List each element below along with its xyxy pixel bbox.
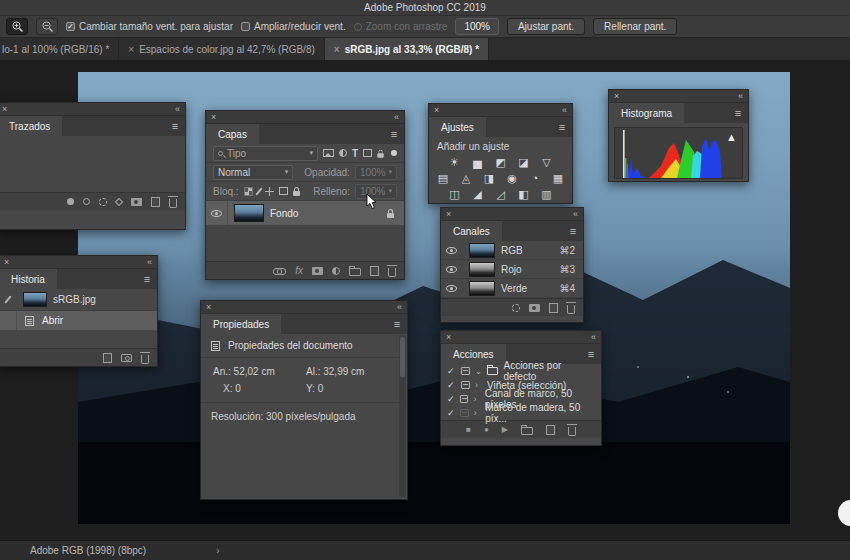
tab-trazados[interactable]: Trazados [0,116,62,136]
channel-row-rgb[interactable]: RGB ⌘2 [441,241,583,260]
filter-smart-objects-icon[interactable] [377,153,383,158]
modal-dialog-toggle-icon[interactable] [461,381,470,389]
chevron-collapsed-icon[interactable]: › [474,408,480,418]
stroke-path-icon[interactable] [83,198,90,205]
threshold-icon[interactable]: ◿ [494,188,508,201]
close-icon[interactable]: × [2,104,7,114]
close-icon[interactable]: × [446,209,451,219]
checkmark-icon[interactable]: ✓ [447,394,455,404]
collapse-icon[interactable]: « [591,332,596,342]
tab-propiedades[interactable]: Propiedades [201,314,281,334]
trash-icon[interactable] [568,427,576,436]
lock-artboard-icon[interactable] [279,187,288,195]
collapse-icon[interactable]: « [397,302,402,312]
new-action-icon[interactable] [546,425,555,435]
tab-histograma[interactable]: Histograma [609,103,684,123]
collapse-icon[interactable]: « [573,209,578,219]
save-selection-icon[interactable] [529,304,540,312]
trash-icon[interactable] [141,355,149,364]
brightness-contrast-icon[interactable]: ☀ [448,156,462,169]
panel-menu-icon[interactable]: ≡ [384,124,404,144]
zoom-in-tool-button[interactable] [6,18,28,35]
lock-paint-icon[interactable] [255,187,262,195]
layer-filter-dropdown[interactable]: Tipo ▾ [213,146,318,161]
new-snapshot-icon[interactable] [121,354,132,362]
new-layer-icon[interactable] [370,266,379,276]
new-group-icon[interactable] [349,268,361,276]
filter-pixel-layers-icon[interactable] [323,149,334,157]
filter-adjustment-layers-icon[interactable] [339,149,347,157]
action-set-row[interactable]: ✓ ⌄ Acciones por defecto [441,364,601,378]
close-icon[interactable]: × [211,112,216,122]
tab-canales[interactable]: Canales [441,221,502,241]
document-tab-3-active[interactable]: × sRGB.jpg al 33,3% (RGB/8) * [325,38,489,60]
filter-type-layers-icon[interactable]: T [352,148,358,159]
stop-icon[interactable]: ■ [466,425,471,434]
color-lookup-icon[interactable]: ▦ [551,172,565,185]
history-list-empty[interactable] [0,331,157,348]
channel-mixer-icon[interactable]: ◔ [528,172,542,185]
layer-visibility-toggle[interactable] [206,201,228,225]
photo-filter-icon[interactable]: ◉ [505,172,519,185]
layer-thumbnail[interactable] [234,204,264,222]
levels-icon[interactable]: ▅ [471,156,485,169]
new-adjustment-layer-icon[interactable] [332,267,340,275]
close-icon[interactable]: × [614,91,619,101]
new-set-icon[interactable] [521,427,533,435]
new-channel-icon[interactable] [549,303,558,313]
filter-toggle-icon[interactable] [391,150,397,156]
add-mask-icon[interactable] [131,198,142,206]
close-icon[interactable]: × [128,44,134,55]
close-icon[interactable]: × [446,332,451,342]
modal-dialog-toggle-icon[interactable] [461,367,470,375]
tab-acciones[interactable]: Acciones [441,344,506,364]
collapse-icon[interactable]: « [738,91,743,101]
lock-transparency-icon[interactable] [244,187,253,196]
invert-icon[interactable]: ◫ [448,188,462,201]
vibrance-icon[interactable]: ▽ [540,156,554,169]
modal-dialog-toggle-icon[interactable] [460,395,468,403]
fill-path-icon[interactable] [67,198,74,205]
history-brush-source-toggle[interactable] [0,311,17,330]
panel-menu-icon[interactable]: ≡ [563,221,583,241]
checkmark-icon[interactable]: ✓ [447,366,456,376]
document-tab-1[interactable]: lo-1 al 100% (RGB/16) * [0,38,119,60]
scrollbar[interactable] [399,335,406,497]
history-brush-source-toggle[interactable] [0,289,17,310]
load-channel-selection-icon[interactable] [512,304,520,312]
layer-effects-icon[interactable]: fx [295,265,303,276]
blend-mode-dropdown[interactable]: Normal ▾ [213,165,293,180]
add-layer-mask-icon[interactable] [312,267,323,275]
status-chevron-icon[interactable]: › [216,545,219,556]
trash-icon[interactable] [567,305,575,314]
load-selection-icon[interactable] [99,198,107,206]
warning-icon[interactable]: ▲ [726,131,737,143]
new-document-from-state-icon[interactable] [103,353,112,363]
black-white-icon[interactable]: ◨ [482,172,496,185]
channel-row-verde[interactable]: Verde ⌘4 [441,279,583,298]
checkmark-icon[interactable]: ✓ [447,380,456,390]
fill-screen-button[interactable]: Rellenar pant. [593,18,677,35]
paths-list-empty[interactable] [0,136,185,192]
record-icon[interactable]: ● [484,425,489,434]
trash-icon[interactable] [169,199,177,208]
trash-icon[interactable] [388,268,396,277]
close-icon[interactable]: × [334,44,340,55]
collapse-icon[interactable]: « [562,105,567,115]
panel-menu-icon[interactable]: ≡ [552,117,572,137]
zoom-percentage-input[interactable]: 100% [455,18,499,35]
link-layers-icon[interactable] [273,268,286,274]
channel-visibility-toggle[interactable] [441,279,463,297]
curves-icon[interactable]: ◩ [494,156,508,169]
zoom-out-tool-button[interactable] [36,18,58,35]
channel-row-rojo[interactable]: Rojo ⌘3 [441,260,583,279]
close-icon[interactable]: × [434,105,439,115]
chevron-collapsed-icon[interactable]: › [475,380,482,390]
tab-ajustes[interactable]: Ajustes [429,117,486,137]
play-icon[interactable]: ▶ [502,425,508,434]
chevron-expanded-icon[interactable]: ⌄ [475,366,482,376]
collapse-icon[interactable]: « [394,112,399,122]
channel-visibility-toggle[interactable] [441,260,463,278]
tab-capas[interactable]: Capas [206,124,259,144]
opacity-value-box[interactable]: 100% ▾ [355,165,397,180]
